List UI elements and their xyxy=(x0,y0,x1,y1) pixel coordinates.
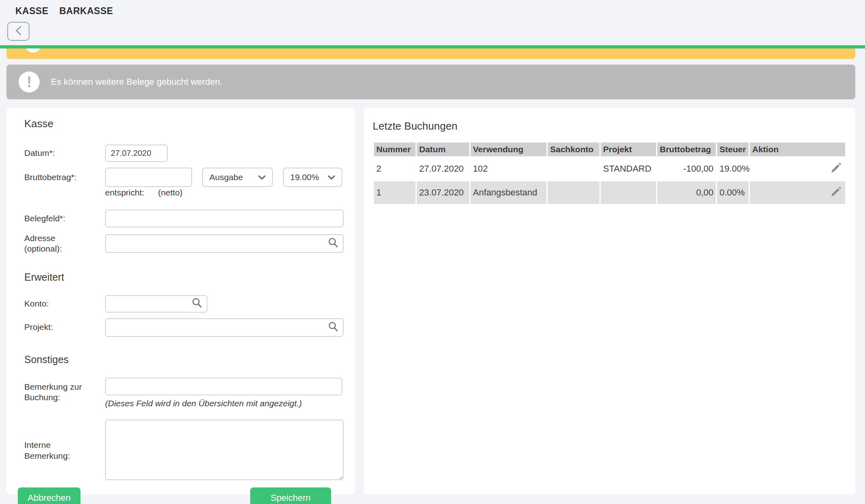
back-button[interactable] xyxy=(7,22,30,41)
cell-bruttobetrag: -100,00 xyxy=(657,158,716,180)
interne-bemerkung-label: Interne Bemerkung: xyxy=(18,440,105,461)
cell-steuer: 19.00% xyxy=(717,158,749,180)
form-title: Kasse xyxy=(24,118,339,130)
status-circle-icon xyxy=(25,48,41,52)
bruttobetrag-input[interactable] xyxy=(105,168,192,187)
section-sonstiges-title: Sonstiges xyxy=(24,354,339,365)
bemerkung-hint: (Dieses Feld wird in den Übersichten mit… xyxy=(105,399,342,408)
exclamation-icon: ! xyxy=(19,71,40,92)
bemerkung-label: Bemerkung zur Buchung: xyxy=(18,378,105,403)
col-header-bruttobetrag: Bruttobetrag xyxy=(657,143,716,156)
cell-verwendung: Anfangsbestand xyxy=(470,181,546,204)
interne-bemerkung-row: Interne Bemerkung: xyxy=(18,420,339,482)
cell-verwendung: 102 xyxy=(470,158,546,180)
cell-sachkonto xyxy=(548,181,599,204)
progress-bar-green xyxy=(0,45,865,48)
bookings-header-row: Nummer Datum Verwendung Sachkonto Projek… xyxy=(374,143,845,156)
table-row: 2 27.07.2020 102 STANDARD -100,00 19.00% xyxy=(374,158,845,180)
col-header-steuer: Steuer xyxy=(717,143,749,156)
bookings-table: Nummer Datum Verwendung Sachkonto Projek… xyxy=(373,141,846,205)
cell-bruttobetrag: 0,00 xyxy=(657,181,716,204)
cancel-button[interactable]: Abbrechen xyxy=(18,487,80,504)
info-banner: ! Es können weitere Belege gebucht werde… xyxy=(6,65,855,99)
buchungstyp-select[interactable]: Ausgabe xyxy=(202,168,273,187)
info-banner-text: Es können weitere Belege gebucht werden. xyxy=(51,77,222,87)
form-actions: Abbrechen Speichern xyxy=(18,487,339,504)
adresse-row: Adresse (optional): xyxy=(18,233,339,254)
pencil-icon xyxy=(830,169,842,175)
cell-datum: 27.07.2020 xyxy=(417,158,469,180)
adresse-label: Adresse (optional): xyxy=(18,233,105,254)
buchungstyp-selected-value: Ausgabe xyxy=(209,172,243,182)
konto-label: Konto: xyxy=(18,298,105,309)
col-header-aktion: Aktion xyxy=(750,143,845,156)
col-header-sachkonto: Sachkonto xyxy=(548,143,599,156)
bemerkung-input[interactable] xyxy=(105,378,342,395)
datum-input[interactable] xyxy=(105,145,168,162)
netto-hint: entspricht:(netto) xyxy=(105,188,342,197)
chevron-down-icon xyxy=(258,172,266,182)
cell-projekt xyxy=(601,181,656,204)
edit-booking-button[interactable] xyxy=(829,161,843,176)
projekt-row: Projekt: xyxy=(18,318,339,337)
cell-projekt: STANDARD xyxy=(601,158,656,180)
cell-nummer: 1 xyxy=(374,181,416,204)
belegfeld-input[interactable] xyxy=(105,210,344,227)
projekt-label: Projekt: xyxy=(18,322,105,332)
steuersatz-select[interactable]: 19.00% xyxy=(283,168,342,187)
col-header-nummer: Nummer xyxy=(374,143,416,156)
pencil-icon xyxy=(830,193,842,199)
breadcrumb: KASSE BARKASSE xyxy=(0,0,865,17)
chevron-left-icon xyxy=(14,25,23,38)
adresse-input[interactable] xyxy=(105,234,344,253)
col-header-datum: Datum xyxy=(417,143,469,156)
bruttobetrag-row: Bruttobetrag*: Ausgabe 19.00% entspr xyxy=(18,168,339,204)
cell-sachkonto xyxy=(548,158,599,180)
interne-bemerkung-textarea[interactable] xyxy=(105,420,344,480)
steuersatz-selected-value: 19.00% xyxy=(290,172,319,182)
nav-item-kasse[interactable]: KASSE xyxy=(15,6,49,17)
bemerkung-row: Bemerkung zur Buchung: (Dieses Feld wird… xyxy=(18,378,339,408)
cell-steuer: 0.00% xyxy=(717,181,749,204)
table-row: 1 23.07.2020 Anfangsbestand 0,00 0.00% xyxy=(374,181,845,204)
notification-bar-yellow xyxy=(6,48,855,59)
datum-row: Datum*: xyxy=(18,145,339,162)
bookings-title: Letzte Buchungen xyxy=(373,120,846,132)
section-erweitert-title: Erweitert xyxy=(24,271,339,283)
col-header-verwendung: Verwendung xyxy=(470,143,546,156)
col-header-projekt: Projekt xyxy=(601,143,656,156)
belegfeld-label: Belegfeld*: xyxy=(18,213,105,224)
save-button[interactable]: Speichern xyxy=(250,487,331,504)
konto-input[interactable] xyxy=(105,295,207,313)
cell-aktion xyxy=(750,181,845,204)
bruttobetrag-label: Bruttobetrag*: xyxy=(18,172,105,183)
chevron-down-icon xyxy=(328,172,335,182)
konto-row: Konto: xyxy=(18,295,339,313)
projekt-input[interactable] xyxy=(105,318,344,337)
edit-booking-button[interactable] xyxy=(829,185,843,200)
cell-datum: 23.07.2020 xyxy=(417,181,469,204)
cell-nummer: 2 xyxy=(374,158,416,180)
letzte-buchungen-card: Letzte Buchungen Nummer Datum Verwendung… xyxy=(364,108,855,494)
cell-aktion xyxy=(750,158,845,180)
datum-label: Datum*: xyxy=(18,148,105,158)
kasse-form-card: Kasse Datum*: Bruttobetrag*: Ausgabe 19.… xyxy=(6,108,355,494)
belegfeld-row: Belegfeld*: xyxy=(18,210,339,227)
nav-item-barkasse[interactable]: BARKASSE xyxy=(59,6,113,17)
